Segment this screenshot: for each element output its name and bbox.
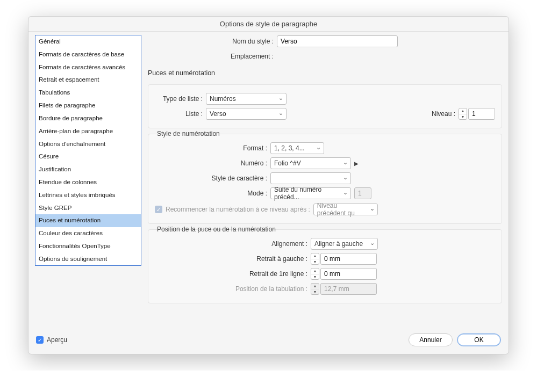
sidebar-item[interactable]: Puces et numérotation (35, 214, 141, 227)
level-label: Niveau : (403, 110, 459, 118)
dialog-footer: ✓ Aperçu Annuler OK (28, 328, 509, 354)
sidebar-item[interactable]: Césure (35, 150, 141, 163)
alignment-select[interactable]: Aligner à gauche (311, 238, 378, 250)
sidebar-item[interactable]: Lettrines et styles imbriqués (35, 189, 141, 202)
number-select[interactable]: Folio ^#V (270, 157, 351, 169)
left-indent-input[interactable] (320, 253, 377, 265)
char-style-select[interactable] (270, 172, 351, 184)
arrow-right-icon[interactable]: ▶ (354, 161, 359, 166)
position-legend: Position de la puce ou de la numérotatio… (155, 226, 278, 233)
sidebar-item[interactable]: Filets de paragraphe (35, 99, 141, 112)
sidebar-item[interactable]: Retrait et espacement (35, 74, 141, 86)
style-name-row: Nom du style : (148, 35, 502, 48)
sidebar-item[interactable]: Etendue de colonnes (35, 176, 141, 189)
tab-label: Position de la tabulation : (155, 285, 311, 293)
list-type-label: Type de liste : (155, 95, 206, 103)
sidebar-item[interactable]: Général (35, 35, 141, 48)
alignment-label: Alignement : (155, 240, 311, 248)
restart-checkbox: ✓ (155, 206, 162, 213)
style-name-input[interactable] (277, 35, 398, 47)
format-label: Format : (155, 144, 270, 152)
left-indent-label: Retrait à gauche : (155, 255, 311, 263)
mode-aux-input (354, 187, 371, 199)
sidebar-item[interactable]: Arrière-plan de paragraphe (35, 125, 141, 138)
restart-select: Niveau précédent qu (313, 204, 378, 215)
sidebar-item[interactable]: Options d'enchaînement (35, 138, 141, 151)
restart-label: Recommencer la numérotation à ce niveau … (166, 206, 310, 213)
tab-stepper: ▲▼ (311, 283, 319, 295)
numbering-style-group: Style de numérotation Format : 1, 2, 3, … (148, 134, 502, 224)
preview-checkbox[interactable]: ✓ (36, 336, 44, 344)
sidebar-item[interactable]: Fonctionnalités OpenType (35, 240, 141, 253)
first-line-label: Retrait de 1re ligne : (155, 270, 311, 278)
paragraph-style-options-dialog: Options de style de paragraphe GénéralFo… (28, 16, 509, 354)
mode-label: Mode : (155, 190, 270, 197)
style-name-label: Nom du style : (148, 38, 277, 45)
panel-title: Puces et numérotation (148, 69, 502, 77)
char-style-label: Style de caractère : (155, 175, 270, 182)
list-label: Liste : (155, 110, 206, 118)
first-line-stepper[interactable]: ▲▼ (311, 268, 319, 280)
ok-button[interactable]: OK (457, 333, 501, 346)
numbering-legend: Style de numérotation (155, 130, 222, 137)
left-indent-stepper[interactable]: ▲▼ (311, 253, 319, 265)
sidebar-item[interactable]: Bordure de paragraphe (35, 112, 141, 125)
panel-list: GénéralFormats de caractères de baseForm… (35, 35, 141, 266)
sidebar-item[interactable]: Style GREP (35, 202, 141, 215)
level-input[interactable] (468, 108, 495, 120)
first-line-input[interactable] (320, 268, 377, 280)
dialog-title: Options de style de paragraphe (28, 17, 509, 32)
sidebar-item[interactable]: Couleur des caractères (35, 227, 141, 240)
sidebar-item[interactable]: Justification (35, 163, 141, 176)
list-type-select[interactable]: Numéros (206, 93, 287, 105)
sidebar-item[interactable]: Options de soulignement (35, 253, 141, 266)
list-select[interactable]: Verso (206, 108, 287, 120)
mode-select[interactable]: Suite du numéro précéd... (270, 187, 351, 199)
level-stepper[interactable]: ▲▼ (459, 108, 467, 120)
format-select[interactable]: 1, 2, 3, 4... (270, 142, 324, 154)
sidebar-item[interactable]: Tabulations (35, 86, 141, 99)
main-panel: Nom du style : Emplacement : Puces et nu… (148, 35, 502, 328)
dialog-body: GénéralFormats de caractères de baseForm… (28, 32, 509, 328)
location-label: Emplacement : (148, 53, 277, 60)
sidebar-item[interactable]: Formats de caractères avancés (35, 61, 141, 74)
number-label: Numéro : (155, 159, 270, 167)
tab-input (320, 283, 377, 295)
location-row: Emplacement : (148, 50, 502, 63)
cancel-button[interactable]: Annuler (409, 333, 453, 346)
preview-label: Aperçu (47, 336, 67, 344)
position-group: Position de la puce ou de la numérotatio… (148, 229, 502, 303)
list-group: Type de liste : Numéros Liste : Verso Ni… (148, 84, 502, 128)
sidebar-item[interactable]: Formats de caractères de base (35, 48, 141, 61)
